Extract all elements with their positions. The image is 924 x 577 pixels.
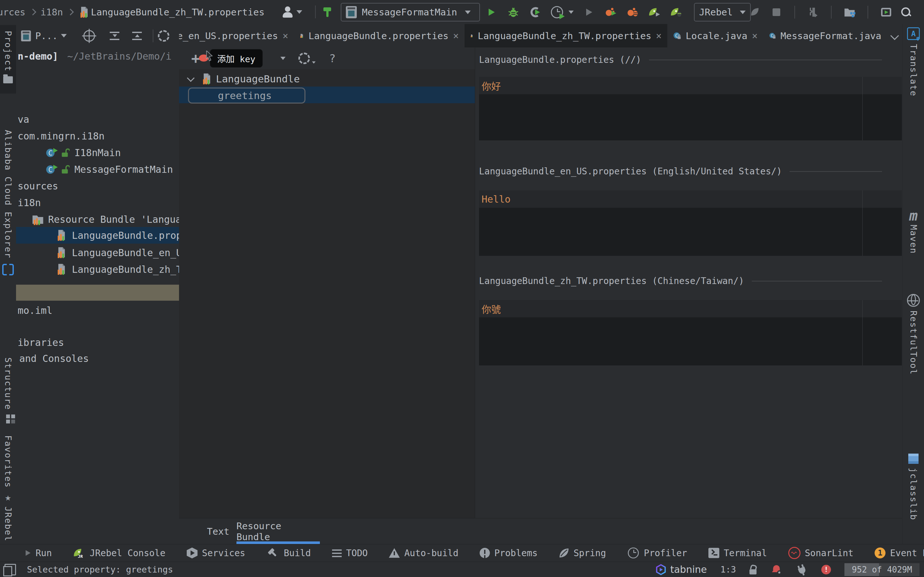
value-editor[interactable]: 你號 [479, 300, 902, 366]
project-root-row[interactable]: n-demo] ~/JetBrains/Demo/i [18, 48, 172, 64]
toolwindow-autobuild[interactable]: Auto-build [389, 548, 459, 558]
project-view-title[interactable]: P... [35, 31, 58, 41]
tree-row-messageformatmain[interactable]: C MessageFormatMain [16, 161, 179, 177]
toolwindow-terminal[interactable]: Terminal [708, 548, 767, 558]
profiler-button[interactable] [551, 6, 564, 19]
jrebel-select[interactable]: JRebel [694, 3, 751, 21]
run-button[interactable] [485, 6, 498, 19]
selected-key-box[interactable]: greetings [188, 87, 305, 103]
jrebel-run-button[interactable] [648, 6, 661, 19]
run-actions [485, 0, 683, 24]
value-editor[interactable]: Hello [479, 190, 902, 256]
toolwindow-spring[interactable]: Spring [559, 548, 606, 558]
breadcrumb-item[interactable]: i18n [40, 7, 63, 18]
tree-row[interactable]: LanguageBundle_en_US.p [16, 244, 179, 261]
tabnine-widget[interactable]: tabnine [656, 564, 707, 575]
help-icon[interactable]: ? [329, 52, 336, 65]
sidebar-item-restfultool[interactable]: RestfulTool [903, 294, 924, 375]
toolwindow-todo[interactable]: TODO [332, 548, 368, 558]
services-folder-icon[interactable] [843, 6, 856, 19]
debug-button[interactable] [507, 6, 520, 19]
sidebar-item-jclasslib[interactable]: jclasslib [903, 454, 924, 520]
tab-messageformat-java[interactable]: C MessageFormat.java [763, 24, 887, 47]
plug-icon[interactable] [796, 564, 808, 576]
user-menu[interactable] [282, 0, 302, 24]
sidebar-item-favorites[interactable]: Favorites ★ [0, 435, 16, 506]
xrebel-run-button[interactable] [604, 6, 617, 19]
tree-row[interactable]: sources [16, 177, 179, 194]
stop-button[interactable] [770, 6, 783, 19]
tree-row[interactable]: i18n [16, 194, 179, 211]
tab-languagebundle[interactable]: LanguageBundle.properties × [294, 24, 465, 47]
tab-resource-bundle[interactable]: Resource Bundle [236, 518, 320, 544]
search-everywhere-button[interactable] [900, 6, 913, 19]
sidebar-item-project[interactable]: Project [0, 25, 16, 93]
close-icon[interactable]: × [453, 30, 459, 41]
alibaba-cloud-icon [2, 264, 14, 276]
tooltip-text: 添加 key [217, 52, 255, 65]
toolwindow-toggle-icon[interactable] [5, 564, 16, 575]
tab-list-chevron[interactable] [887, 24, 902, 47]
toolwindow-profiler[interactable]: Profiler [627, 547, 687, 559]
memory-indicator[interactable]: 952 of 4029M [845, 563, 919, 576]
xrebel-debug-button[interactable] [626, 6, 639, 19]
sidebar-item-structure[interactable]: Structure [0, 358, 16, 423]
toolwindow-sonarlint[interactable]: SonarLint [788, 547, 854, 559]
toolwindow-problems[interactable]: Problems [480, 548, 538, 558]
tab-languagebundle-en-us[interactable]: le_en_US.properties × [179, 24, 294, 47]
toolwindow-run[interactable]: Run [25, 548, 52, 558]
caret-position[interactable]: 1:3 [720, 564, 736, 574]
bundle-root-row[interactable]: LanguageBundle [179, 71, 475, 87]
sidebar-item-maven[interactable]: m Maven [903, 210, 924, 254]
project-view-icon[interactable] [21, 30, 31, 41]
expand-all-icon[interactable] [110, 32, 120, 40]
gear-icon[interactable] [158, 30, 170, 42]
breadcrumb-item[interactable]: urces [0, 7, 25, 18]
toolwindow-build[interactable]: Build [266, 546, 310, 559]
run-anything-icon[interactable] [880, 6, 893, 19]
toolwindow-jrebel-console[interactable]: JR JRebel Console [73, 548, 166, 558]
tree-row[interactable]: com.mingrn.i18n [16, 127, 179, 144]
gear-icon[interactable] [298, 53, 310, 64]
selected-key-row[interactable]: greetings [179, 87, 475, 103]
chevron-down-icon[interactable] [61, 34, 67, 37]
tree-row[interactable]: and Consoles [16, 350, 179, 367]
tree-row-selected[interactable]: LanguageBundle.propert [16, 227, 179, 243]
close-icon[interactable]: × [656, 30, 662, 41]
tree-row[interactable]: va [16, 111, 179, 127]
tree-row-unfocused-selection[interactable] [16, 285, 179, 301]
tab-text[interactable]: Text [199, 518, 237, 544]
run-with-coverage-button[interactable] [529, 6, 541, 19]
fatal-error-icon[interactable]: ! [821, 565, 831, 574]
run-configuration-select[interactable]: MessageFormatMain [341, 3, 480, 21]
tree-row-i18nmain[interactable]: C I18nMain [16, 144, 179, 161]
tree-row[interactable]: LanguageBundle_zh_TW.p [16, 261, 179, 277]
favorites-stripe-label: Favorites [3, 435, 13, 488]
tree-row[interactable]: ibraries [16, 334, 179, 351]
tab-languagebundle-zh-tw-active[interactable]: LanguageBundle_zh_TW.properties × [465, 24, 667, 47]
close-icon[interactable]: × [752, 30, 758, 41]
jrebel-debug-button[interactable] [670, 6, 683, 19]
toolwindow-event-log[interactable]: 1 Event Log [875, 548, 924, 558]
breadcrumb-file[interactable]: LanguageBundle_zh_TW.properties [91, 7, 264, 18]
jrebel-disabled-icon[interactable] [750, 6, 763, 19]
collapse-all-icon[interactable] [132, 32, 142, 40]
toolwindow-services[interactable]: Services [187, 548, 246, 558]
chevron-down-icon[interactable] [187, 74, 194, 82]
unlock-icon[interactable] [750, 565, 757, 574]
more-actions-chevron[interactable] [280, 57, 286, 60]
value-editor[interactable]: 你好 [479, 77, 902, 140]
tree-row-resource-bundle[interactable]: Resource Bundle 'Languag [16, 211, 179, 227]
java-class-icon: C [673, 30, 681, 42]
profiler-more-chevron[interactable] [569, 11, 573, 14]
attach-debugger-icon[interactable] [806, 6, 819, 19]
notifications-icon[interactable] [771, 564, 782, 575]
run-disabled-button[interactable] [583, 6, 596, 19]
close-icon[interactable]: × [282, 30, 288, 41]
tree-row[interactable]: mo.iml [16, 302, 179, 319]
locate-file-icon[interactable] [83, 30, 95, 42]
tab-locale-java[interactable]: C Locale.java × [667, 24, 763, 47]
globe-icon [907, 294, 920, 307]
sidebar-item-alibaba-cloud[interactable]: Alibaba Cloud Explorer [0, 130, 16, 280]
sidebar-item-translate[interactable]: Aφ Translate [903, 27, 924, 97]
